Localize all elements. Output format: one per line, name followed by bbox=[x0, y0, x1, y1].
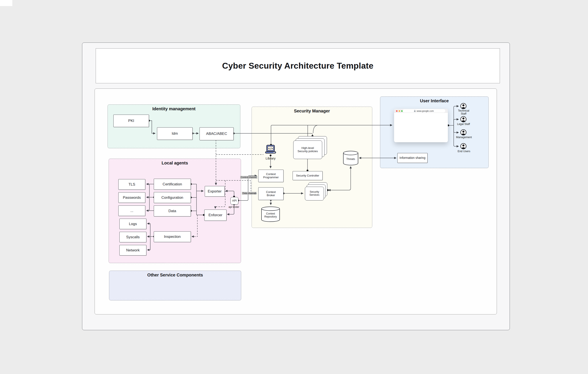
title-box: Cyber Security Architecture Template bbox=[96, 48, 500, 83]
node-syscalls[interactable]: Syscalls bbox=[119, 232, 147, 242]
node-context-programmer[interactable]: Context Programmer bbox=[258, 170, 284, 182]
browser-window[interactable]: www.google.com bbox=[394, 109, 448, 142]
svg-text:</>: </> bbox=[268, 147, 273, 150]
data-channel-label: Data channel bbox=[242, 192, 257, 195]
node-security-services[interactable]: Security Services bbox=[305, 187, 324, 201]
node-inspection[interactable]: Inspection bbox=[154, 231, 191, 242]
context-repository-label: Context Repository bbox=[261, 212, 280, 218]
browser-close-icon[interactable] bbox=[396, 110, 398, 112]
node-abac-abec[interactable]: ABAC/ABEC bbox=[200, 127, 234, 140]
library-label: Library bbox=[260, 156, 281, 160]
node-idm[interactable]: Idm bbox=[157, 127, 193, 140]
node-network[interactable]: Network bbox=[119, 245, 147, 255]
browser-chrome-bar: www.google.com bbox=[394, 109, 448, 113]
technical-staff-label: Technical Staff bbox=[455, 109, 472, 115]
node-certification[interactable]: Certification bbox=[154, 179, 191, 190]
control-channel-label: Control channel bbox=[240, 176, 257, 179]
node-tls[interactable]: TLS bbox=[118, 179, 145, 190]
end-users-label: End Users bbox=[455, 150, 473, 153]
page-corner-patch bbox=[0, 0, 12, 6]
node-ellipsis[interactable]: ... bbox=[118, 205, 145, 216]
group-local-agents-title: Local agents bbox=[109, 161, 241, 165]
group-identity-title: Identity management bbox=[108, 106, 240, 111]
node-logs[interactable]: Logs bbox=[119, 219, 147, 229]
node-exporter[interactable]: Exporter bbox=[205, 186, 225, 197]
threats-label: Threats bbox=[343, 158, 358, 161]
node-context-broker[interactable]: Context Broker bbox=[258, 187, 284, 200]
node-information-sharing[interactable]: Information sharing bbox=[397, 153, 428, 163]
api-tester-label: api tester bbox=[225, 205, 242, 209]
group-other-service-components: Other Service Components bbox=[109, 271, 241, 300]
legal-staff-label: Legal Staff bbox=[454, 122, 473, 126]
node-configuration[interactable]: Configuration bbox=[154, 192, 191, 203]
library-laptop-icon[interactable]: </> bbox=[264, 145, 277, 155]
node-high-level-security-policies[interactable]: High-level Security policies bbox=[293, 141, 322, 159]
browser-url-bar[interactable]: www.google.com bbox=[402, 109, 445, 112]
node-pki[interactable]: PKI bbox=[113, 115, 149, 127]
technical-staff-icon[interactable] bbox=[460, 103, 467, 109]
management-label: Management bbox=[454, 136, 474, 139]
node-passwords[interactable]: Passwords bbox=[118, 192, 145, 203]
node-security-controller[interactable]: Security Controller bbox=[293, 171, 323, 180]
page-title: Cyber Security Architecture Template bbox=[222, 61, 374, 71]
node-data[interactable]: Data bbox=[154, 205, 191, 216]
lock-icon bbox=[414, 110, 416, 112]
end-users-icon[interactable] bbox=[460, 143, 467, 150]
browser-minimize-icon[interactable] bbox=[399, 110, 400, 112]
group-other-services-title: Other Service Components bbox=[109, 273, 241, 278]
group-security-manager-title: Security Manager bbox=[252, 109, 372, 113]
browser-url-text: www.google.com bbox=[417, 110, 434, 112]
node-api[interactable]: API bbox=[231, 197, 238, 205]
node-enforcer[interactable]: Enforcer bbox=[204, 210, 227, 221]
legal-staff-icon[interactable] bbox=[460, 116, 467, 122]
group-user-interface-title: User Interface bbox=[380, 98, 488, 103]
management-icon[interactable] bbox=[460, 129, 467, 136]
